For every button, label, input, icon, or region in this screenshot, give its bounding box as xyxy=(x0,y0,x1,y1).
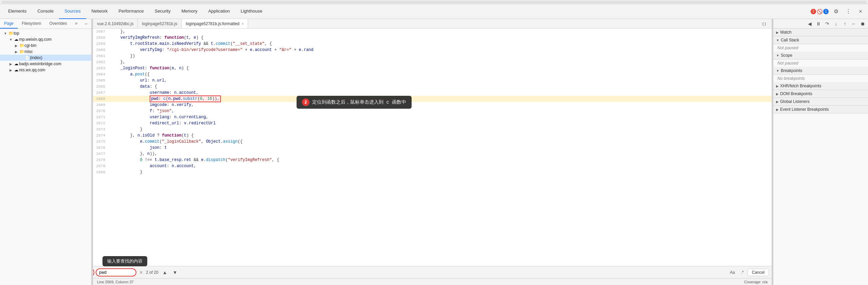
arrow-misc: ▶ xyxy=(14,50,19,54)
tab-performance[interactable]: Performance xyxy=(113,4,149,19)
tab-application[interactable]: Application xyxy=(203,4,235,19)
tab-sources[interactable]: Sources xyxy=(59,4,86,19)
code-line-2678: 2678 0 !== t.base_resp.ret && e.dispatch… xyxy=(93,157,772,163)
search-cancel-button[interactable]: Cancel xyxy=(748,269,769,276)
watch-arrow: ▶ xyxy=(776,31,779,34)
tree-item-top[interactable]: ▼ 📁 top xyxy=(0,30,91,36)
line-num-2670: 2670 xyxy=(93,108,109,114)
xhr-fetch-arrow: ▶ xyxy=(776,84,779,88)
main-tab-bar: Elements Console Sources Network Perform… xyxy=(0,4,868,19)
dom-label: DOM Breakpoints xyxy=(780,91,812,96)
subtab-overrides[interactable]: Overrides xyxy=(45,19,71,29)
global-listeners-section-header[interactable]: ▶ Global Listeners xyxy=(773,98,868,106)
scope-label: Scope xyxy=(781,53,792,58)
line-content-2678: 0 !== t.base_resp.ret && e.dispatch("ver… xyxy=(109,157,772,163)
global-listeners-label: Global Listeners xyxy=(780,99,810,104)
file-tab-formatted-label: loginpage52781b.js:formatted xyxy=(186,21,240,26)
call-stack-arrow: ▼ xyxy=(776,38,779,42)
line-num-2673: 2673 xyxy=(93,126,109,132)
step-into-button[interactable]: ↓ xyxy=(832,20,840,28)
step-back-button[interactable]: ← xyxy=(850,20,858,28)
line-content-2674: }, n.isOld ? function(t) { xyxy=(109,132,772,139)
close-button[interactable]: × xyxy=(856,7,865,16)
regex-button[interactable]: .* xyxy=(739,269,746,276)
line-num-2672: 2672 xyxy=(93,120,109,126)
step-out-button[interactable]: ↑ xyxy=(841,20,849,28)
tree-item-badjs[interactable]: ▶ ☁ badjs.weixinbridge.com xyxy=(0,61,91,67)
file-tab-loginpage[interactable]: loginpage52781b.js xyxy=(138,19,182,29)
search-prev-button[interactable]: ▲ xyxy=(161,269,169,276)
search-next-button[interactable]: ▼ xyxy=(171,269,179,276)
tree-label-index: (index) xyxy=(30,55,42,60)
line-num-2661: 2661 xyxy=(93,53,109,59)
line-num-2678: 2678 xyxy=(93,157,109,163)
line-content-2675: e.commit("_loginCallback", Object.assign… xyxy=(109,139,772,145)
scope-section-header[interactable]: ▼ Scope xyxy=(773,52,868,59)
file-tree-sync-button[interactable]: ↔ xyxy=(81,19,91,29)
tree-item-mp-weixin[interactable]: ▼ ☁ mp.weixin.qq.com xyxy=(0,36,91,42)
line-num-2664: 2664 xyxy=(93,71,109,77)
deactivate-breakpoints-button[interactable]: ⏺ xyxy=(858,20,867,28)
line-content-2673: } xyxy=(109,126,772,132)
tab-network[interactable]: Network xyxy=(86,4,113,19)
tree-item-misc[interactable]: ▶ 📁 misc xyxy=(0,49,91,55)
code-line-2671: 2671 userlang: n.currentLang, xyxy=(93,114,772,120)
code-line-2659: 2659 t.rootState.main.isNeedVerify && t.… xyxy=(93,41,772,47)
file-tab-loginpage-formatted[interactable]: loginpage52781b.js:formatted × xyxy=(182,19,248,29)
pause-button[interactable]: ⏸ xyxy=(814,20,823,28)
file-tab-close-icon[interactable]: × xyxy=(242,22,244,26)
tree-item-cgi-bin[interactable]: ▶ 📁 cgi-bin xyxy=(0,42,91,49)
search-input[interactable] xyxy=(96,268,136,277)
call-stack-label: Call Stack xyxy=(781,38,799,42)
step-over-button[interactable]: ↷ xyxy=(823,20,831,28)
annotation-text-2: 定位到函数之后，鼠标单击进入到 c 函数中 xyxy=(312,99,406,105)
xhr-fetch-section-header[interactable]: ▶ XHR/fetch Breakpoints xyxy=(773,82,868,90)
event-listener-section-header[interactable]: ▶ Event Listener Breakpoints xyxy=(773,106,868,113)
line-content-2669: imgcode: n.verify, xyxy=(109,102,772,108)
source-format-button[interactable]: { } xyxy=(759,19,769,29)
call-stack-section-header[interactable]: ▼ Call Stack xyxy=(773,36,868,44)
tab-console[interactable]: Console xyxy=(32,4,59,19)
code-area: vue.2.6.10492dbc.js loginpage52781b.js l… xyxy=(93,19,772,285)
top-scrollbar[interactable] xyxy=(1,1,867,3)
line-num-2674: 2674 xyxy=(93,132,109,139)
tab-memory[interactable]: Memory xyxy=(176,4,203,19)
line-num-2659: 2659 xyxy=(93,41,109,47)
tree-item-index[interactable]: 📄 (index) xyxy=(0,55,91,61)
line-num-2676: 2676 xyxy=(93,145,109,151)
tree-item-res-wx[interactable]: ▶ ☁ res.wx.qq.com xyxy=(0,67,91,73)
collapse-right-panel-button[interactable]: ◀ xyxy=(806,20,814,28)
tab-lighthouse[interactable]: Lighthouse xyxy=(235,4,268,19)
breakpoints-section-header[interactable]: ▼ Breakpoints xyxy=(773,67,868,75)
dom-arrow: ▶ xyxy=(776,92,779,96)
more-button[interactable]: ⋮ xyxy=(844,7,853,16)
subtab-more[interactable]: » xyxy=(71,19,81,29)
annotation-num-2: 2 xyxy=(302,99,309,106)
line-content-2662: }, xyxy=(109,59,772,65)
match-case-button[interactable]: Aa xyxy=(728,269,737,276)
settings-button[interactable]: ⚙ xyxy=(831,7,841,16)
line-content-2676: json: t xyxy=(109,145,772,151)
search-clear-icon[interactable]: ✕ xyxy=(139,270,143,275)
scope-arrow: ▼ xyxy=(776,54,779,57)
code-line-2663: 2663 _loginPost: function(e, n) { xyxy=(93,65,772,71)
line-num-2679: 2679 xyxy=(93,163,109,169)
tab-security[interactable]: Security xyxy=(149,4,176,19)
subtab-filesystem[interactable]: Filesystem xyxy=(18,19,45,29)
file-tab-vue[interactable]: vue.2.6.10492dbc.js xyxy=(93,19,138,29)
error-icon: 🚫 xyxy=(817,9,823,14)
watch-section-header[interactable]: ▶ Watch xyxy=(773,29,868,36)
code-line-2657: 2657 }, xyxy=(93,29,772,35)
tab-elements[interactable]: Elements xyxy=(3,4,32,19)
tree-label-misc: misc xyxy=(24,49,33,54)
code-editor[interactable]: 2657 }, 2658 verifyImgRefresh: function(… xyxy=(93,29,772,266)
global-listeners-arrow: ▶ xyxy=(776,100,779,104)
arrow-res-wx: ▶ xyxy=(8,68,14,72)
subtab-page[interactable]: Page xyxy=(0,19,18,29)
code-line-2660: 2660 verifyImg: "/cgi-bin/verifycode?use… xyxy=(93,47,772,53)
line-content-2663: _loginPost: function(e, n) { xyxy=(109,65,772,71)
code-line-2676: 2676 json: t xyxy=(93,145,772,151)
search-count: 2 of 20 xyxy=(146,270,158,275)
code-line-2674: 2674 }, n.isOld ? function(t) { xyxy=(93,132,772,139)
dom-breakpoints-section-header[interactable]: ▶ DOM Breakpoints xyxy=(773,90,868,98)
